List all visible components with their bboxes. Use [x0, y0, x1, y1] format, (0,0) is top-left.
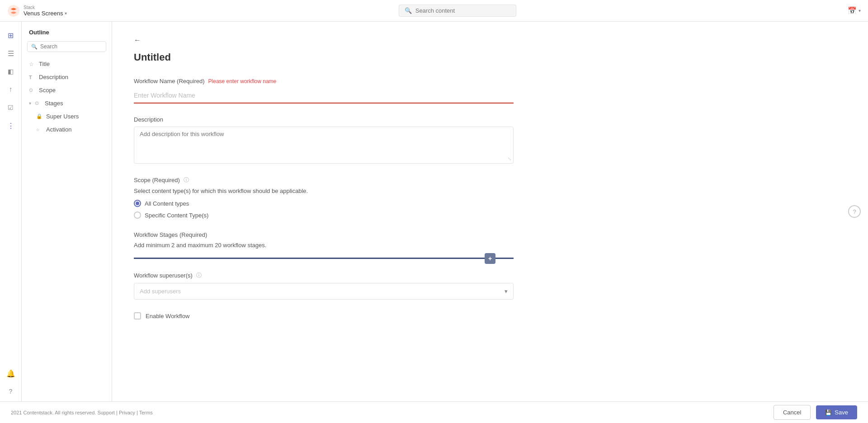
scope-info-icon[interactable]: ⓘ [184, 176, 189, 184]
scope-icon: ⊙ [29, 87, 35, 93]
save-icon: 💾 [825, 409, 832, 416]
search-bar[interactable]: 🔍 [399, 5, 516, 17]
calendar-button[interactable]: 📅 ▾ [848, 6, 861, 15]
sidebar-item-notifications[interactable]: 🔔 [3, 365, 19, 381]
superusers-placeholder: Add superusers [140, 288, 181, 295]
scope-option-all[interactable]: All Content types [134, 200, 846, 207]
outline-item-label: Title [39, 61, 50, 67]
superusers-select[interactable]: Add superusers ▾ [134, 283, 514, 300]
calendar-icon: 📅 [848, 6, 857, 15]
bell-icon: 🔔 [6, 369, 15, 378]
description-input[interactable] [140, 131, 508, 158]
outline-subitems: 🔒 Super Users ○ Activation [22, 110, 112, 136]
description-section: Description ⤡ [134, 116, 846, 164]
scope-radio-group: All Content types Specific Content Type(… [134, 200, 846, 219]
search-icon: 🔍 [405, 7, 412, 14]
save-button[interactable]: 💾 Save [816, 405, 857, 419]
support-link[interactable]: Support [97, 410, 115, 415]
topbar-center: 🔍 [399, 5, 516, 17]
workflow-icon: ⋮ [7, 122, 14, 130]
help-icon: ? [853, 208, 856, 215]
circle-icon: ○ [36, 127, 42, 132]
outline-item-label: Activation [46, 126, 71, 133]
sidebar-item-deploy[interactable]: ↑ [3, 81, 19, 98]
outline-search-input[interactable] [40, 43, 102, 50]
superusers-section: Workflow superuser(s) ⓘ Add superusers ▾ [134, 272, 846, 300]
scope-description: Select content type(s) for which this wo… [134, 188, 846, 194]
topbar: Stack Venus Screens ▾ 🔍 📅 ▾ [0, 0, 868, 22]
scope-label: Scope (Required) ⓘ [134, 176, 846, 184]
outline-item-scope[interactable]: ⊙ Scope [22, 84, 112, 97]
help-icon-fixed[interactable]: ? [848, 205, 861, 218]
main-content: ← Untitled Workflow Name (Required) Plea… [112, 22, 868, 423]
outline-item-label: Super Users [46, 113, 79, 120]
stack-label: Stack [24, 5, 67, 10]
resize-handle-icon: ⤡ [508, 156, 511, 161]
left-panel: Outline 🔍 ☆ Title T Description ⊙ Scope … [22, 22, 112, 423]
outline-title: Outline [22, 29, 112, 41]
cancel-button[interactable]: Cancel [774, 405, 811, 420]
stack-dropdown-arrow: ▾ [65, 11, 67, 16]
outline-item-superusers[interactable]: 🔒 Super Users [29, 110, 112, 123]
topbar-right: 📅 ▾ [848, 6, 861, 15]
outline-item-activation[interactable]: ○ Activation [29, 123, 112, 136]
outline-item-label: Scope [39, 87, 56, 94]
back-button[interactable]: ← [134, 36, 141, 44]
description-wrapper: ⤡ [134, 127, 514, 164]
sidebar-item-workflow[interactable]: ⋮ [3, 118, 19, 134]
superusers-label: Workflow superuser(s) ⓘ [134, 272, 846, 279]
page-title: Untitled [134, 52, 846, 63]
stages-icon: ⊙ [35, 100, 41, 106]
topbar-left: Stack Venus Screens ▾ [7, 5, 67, 17]
superusers-info-icon[interactable]: ⓘ [196, 272, 202, 279]
search-input[interactable] [415, 7, 510, 14]
sidebar-item-help[interactable]: ? [3, 383, 19, 400]
app-logo [7, 5, 20, 17]
stages-description: Add minimum 2 and maximum 20 workflow st… [134, 242, 846, 249]
sidebar-item-content[interactable]: ☰ [3, 45, 19, 61]
layers-icon: ◧ [8, 68, 14, 75]
radio-specific-content[interactable] [134, 212, 141, 219]
stages-label: Workflow Stages (Required) [134, 231, 846, 238]
outline-item-title[interactable]: ☆ Title [22, 57, 112, 70]
lock-icon: 🔒 [36, 113, 42, 119]
scope-section: Scope (Required) ⓘ Select content type(s… [134, 176, 846, 219]
stack-name[interactable]: Venus Screens ▾ [24, 10, 67, 17]
bottom-bar-actions: Cancel 💾 Save [774, 405, 857, 420]
workflow-name-input[interactable] [134, 88, 514, 103]
text-icon: T [29, 75, 35, 80]
stack-info: Stack Venus Screens ▾ [24, 5, 67, 17]
description-label: Description [134, 116, 846, 123]
outline-search[interactable]: 🔍 [27, 41, 106, 52]
list-icon: ☰ [8, 49, 14, 58]
enable-workflow-section: Enable Workflow [134, 312, 846, 320]
scope-option-specific[interactable]: Specific Content Type(s) [134, 212, 846, 219]
enable-workflow-checkbox[interactable] [134, 312, 141, 320]
outline-item-stages[interactable]: ▾ ⊙ Stages [22, 97, 112, 110]
sidebar-item-dashboard[interactable]: ⊞ [3, 27, 19, 43]
stages-line-container: + [134, 258, 846, 259]
stages-add-button[interactable]: + [485, 253, 495, 264]
back-arrow-icon: ← [134, 36, 141, 44]
workflow-name-label: Workflow Name (Required) Please enter wo… [134, 78, 846, 85]
tasks-icon: ☑ [8, 104, 14, 111]
workflow-name-section: Workflow Name (Required) Please enter wo… [134, 78, 846, 103]
stages-section: Workflow Stages (Required) Add minimum 2… [134, 231, 846, 259]
footer-text: 2021 Contentstack. All rights reserved. … [11, 410, 153, 415]
bottom-bar: 2021 Contentstack. All rights reserved. … [0, 401, 868, 423]
workflow-name-error: Please enter workflow name [208, 78, 277, 85]
enable-workflow-label: Enable Workflow [146, 313, 189, 320]
outline-item-label: Stages [45, 100, 63, 107]
sidebar-item-assets[interactable]: ◧ [3, 63, 19, 80]
outline-item-description[interactable]: T Description [22, 70, 112, 84]
sidebar-item-tasks[interactable]: ☑ [3, 99, 19, 116]
svg-point-0 [8, 5, 19, 17]
upload-icon: ↑ [9, 85, 13, 94]
outline-item-label: Description [39, 74, 68, 80]
stages-line [134, 258, 514, 259]
radio-all-content[interactable] [134, 200, 141, 207]
search-icon-outline: 🔍 [31, 44, 38, 50]
grid-icon: ⊞ [8, 31, 14, 40]
terms-link[interactable]: Terms [139, 410, 153, 415]
privacy-link[interactable]: Privacy [119, 410, 135, 415]
